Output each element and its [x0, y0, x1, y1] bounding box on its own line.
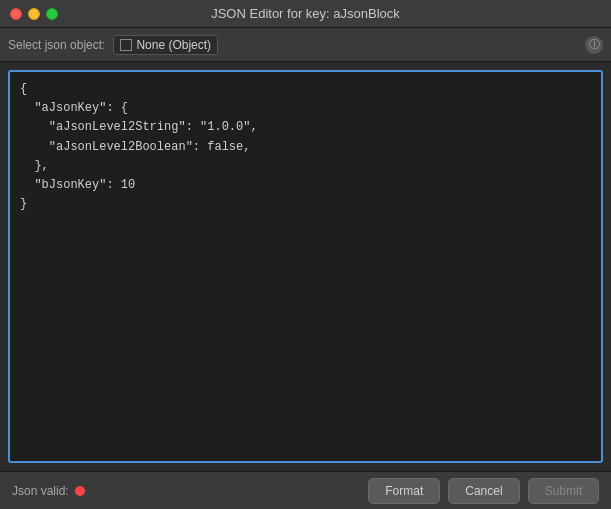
valid-indicator: [75, 486, 85, 496]
json-editor[interactable]: [8, 70, 603, 463]
object-name: None (Object): [136, 38, 211, 52]
traffic-lights: [10, 8, 58, 20]
title-bar: JSON Editor for key: aJsonBlock: [0, 0, 611, 28]
window-title: JSON Editor for key: aJsonBlock: [211, 6, 400, 21]
submit-button[interactable]: Submit: [528, 478, 599, 504]
json-valid-label: Json valid:: [12, 484, 69, 498]
cancel-button[interactable]: Cancel: [448, 478, 519, 504]
editor-area: [0, 62, 611, 471]
info-symbol: ⓘ: [589, 37, 600, 52]
toolbar-label: Select json object:: [8, 38, 105, 52]
close-button[interactable]: [10, 8, 22, 20]
maximize-button[interactable]: [46, 8, 58, 20]
json-valid-section: Json valid:: [12, 484, 85, 498]
minimize-button[interactable]: [28, 8, 40, 20]
info-icon[interactable]: ⓘ: [585, 36, 603, 54]
toolbar: Select json object: None (Object) ⓘ: [0, 28, 611, 62]
format-button[interactable]: Format: [368, 478, 440, 504]
object-icon: [120, 39, 132, 51]
object-selector[interactable]: None (Object): [113, 35, 218, 55]
status-bar: Json valid: Format Cancel Submit: [0, 471, 611, 509]
